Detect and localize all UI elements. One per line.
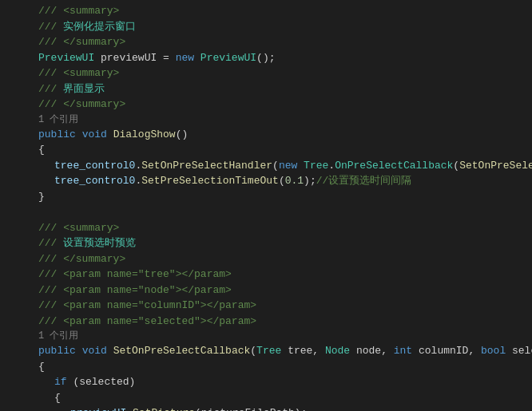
- code-line: {: [38, 142, 526, 158]
- reference-count: 1 个引用: [38, 113, 526, 127]
- code-line: public void DialogShow(): [38, 127, 526, 143]
- code-line: /// <param name="selected"></param>: [38, 314, 526, 330]
- code-line: }: [38, 189, 526, 205]
- code-line: {: [38, 390, 526, 406]
- code-line: /// 实例化提示窗口: [38, 19, 526, 35]
- line: [0, 204, 532, 220]
- line: tree_control0.SetOnPreSelectHandler(new …: [0, 158, 532, 174]
- code-editor: /// <summary> /// 实例化提示窗口 /// </summary>…: [0, 0, 532, 411]
- line: 1 个引用: [0, 329, 532, 343]
- line: public void DialogShow(): [0, 127, 532, 143]
- code-line: /// 界面显示: [38, 81, 526, 97]
- line: /// <summary>: [0, 3, 532, 19]
- line: {: [0, 390, 532, 406]
- code-line: {: [38, 359, 526, 375]
- line: /// <param name="node"></param>: [0, 283, 532, 298]
- line: /// <summary>: [0, 220, 532, 236]
- line: /// <param name="columnID"></param>: [0, 298, 532, 314]
- line: /// 设置预选时预览: [0, 235, 532, 251]
- code-line: /// 设置预选时预览: [38, 235, 526, 251]
- line: /// </summary>: [0, 34, 532, 50]
- code-line: PreviewUI previewUI = new PreviewUI();: [38, 50, 526, 66]
- line: public void SetOnPreSelectCallback(Tree …: [0, 343, 532, 359]
- code-line: /// </summary>: [38, 97, 526, 113]
- line: if (selected): [0, 374, 532, 390]
- line: /// 实例化提示窗口: [0, 19, 532, 35]
- line: /// </summary>: [0, 251, 532, 267]
- line: 1 个引用: [0, 113, 532, 127]
- code-line: [38, 204, 526, 220]
- code-line: /// <summary>: [38, 220, 526, 236]
- line: /// 界面显示: [0, 81, 532, 97]
- line: /// </summary>: [0, 97, 532, 113]
- code-line: /// <param name="columnID"></param>: [38, 298, 526, 314]
- line: /// <param name="tree"></param>: [0, 267, 532, 283]
- code-line: /// <summary>: [38, 65, 526, 81]
- line: previewUI.SetPicture(pictureFilePath);: [0, 405, 532, 411]
- line: {: [0, 142, 532, 158]
- line: {: [0, 359, 532, 375]
- code-line: /// <summary>: [38, 3, 526, 19]
- line: PreviewUI previewUI = new PreviewUI();: [0, 50, 532, 66]
- code-line: if (selected): [38, 374, 526, 390]
- code-line: /// <param name="tree"></param>: [38, 267, 526, 283]
- reference-count: 1 个引用: [38, 329, 526, 343]
- code-line: public void SetOnPreSelectCallback(Tree …: [38, 343, 532, 359]
- code-line: /// </summary>: [38, 34, 526, 50]
- line: tree_control0.SetPreSelectionTimeOut(0.1…: [0, 173, 532, 189]
- line: /// <summary>: [0, 65, 532, 81]
- line: /// <param name="selected"></param>: [0, 314, 532, 330]
- code-line: previewUI.SetPicture(pictureFilePath);: [38, 405, 526, 411]
- code-line: /// </summary>: [38, 251, 526, 267]
- code-line: tree_control0.SetOnPreSelectHandler(new …: [38, 158, 532, 174]
- code-line: tree_control0.SetPreSelectionTimeOut(0.1…: [38, 173, 526, 189]
- code-line: /// <param name="node"></param>: [38, 283, 526, 298]
- line: }: [0, 189, 532, 205]
